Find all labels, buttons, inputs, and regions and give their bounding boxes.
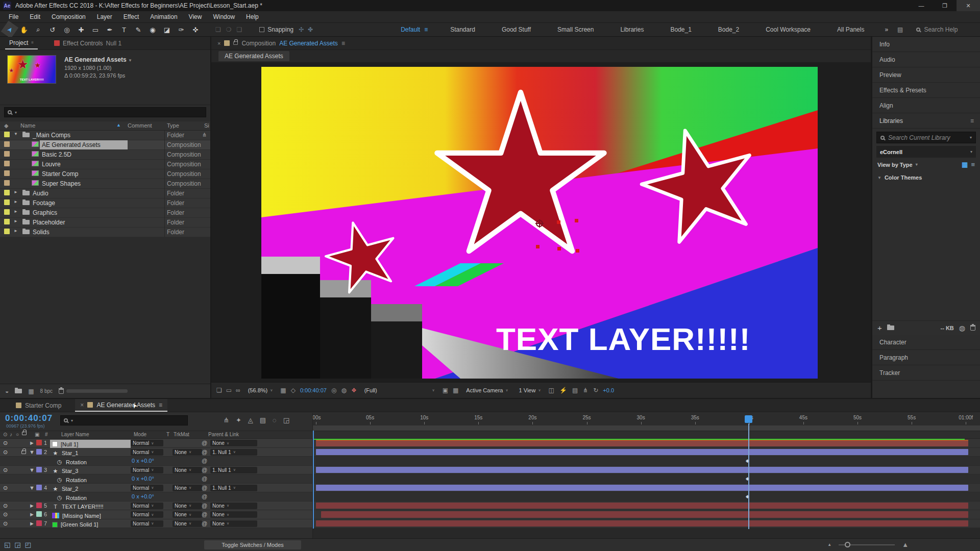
- menu-item[interactable]: Effect: [119, 12, 143, 21]
- pick-whip-icon[interactable]: @: [202, 493, 207, 499]
- layer-expand-arrow[interactable]: ►: [29, 503, 35, 509]
- item-label-color[interactable]: [4, 141, 10, 147]
- layer-duration-bar[interactable]: [316, 520, 968, 527]
- draft-3d-icon[interactable]: ✦: [236, 416, 241, 424]
- layer-duration-bar[interactable]: [316, 493, 968, 500]
- timeline-layer-row[interactable]: ⊙ ► 5 T TEXT LAYER!!!!! Normal∨ None∨ @ …: [0, 502, 312, 511]
- layer-track-lane[interactable]: [312, 466, 980, 475]
- menu-item[interactable]: Window: [208, 12, 239, 21]
- track-matte-dropdown[interactable]: None∨: [173, 485, 202, 491]
- region-of-interest-icon[interactable]: ▣: [443, 387, 448, 394]
- tool-button[interactable]: ✎: [132, 23, 145, 36]
- tool-button[interactable]: ✚: [75, 23, 88, 36]
- menu-item[interactable]: View: [184, 12, 207, 21]
- toolbar-extra-icon[interactable]: ❑: [237, 26, 242, 33]
- layer-duration-bar[interactable]: [316, 458, 968, 464]
- menu-item[interactable]: Animation: [145, 12, 182, 21]
- folder-expand-arrow[interactable]: ►: [14, 199, 18, 204]
- layer-track-lane[interactable]: ◆: [312, 474, 980, 484]
- new-folder-icon[interactable]: [15, 389, 22, 393]
- timeline-layer-row[interactable]: ⊙ ► 7 [Green Solid 1] Normal∨ None∨ @ No…: [0, 519, 312, 529]
- layer-visibility-toggle[interactable]: ⊙: [3, 440, 8, 446]
- track-matte-dropdown[interactable]: None∨: [173, 467, 202, 473]
- pick-whip-icon[interactable]: @: [202, 440, 207, 446]
- layer-name-cell[interactable]: ★ Star_2: [50, 485, 131, 493]
- project-item-row[interactable]: AE Generated Assets Composition: [0, 140, 210, 150]
- folder-expand-arrow[interactable]: ▼: [14, 132, 18, 136]
- layer-expand-arrow[interactable]: ▼: [29, 449, 35, 455]
- layer-track-lane[interactable]: [312, 439, 980, 448]
- tool-button[interactable]: ➤: [1, 20, 19, 38]
- library-select-dropdown[interactable]: eCornell▾: [876, 146, 976, 158]
- selected-item-name[interactable]: AE Generated Assets ▼: [64, 56, 132, 64]
- tab-effect-controls[interactable]: Effect Controls Null 1: [50, 37, 126, 49]
- menu-item[interactable]: Edit: [25, 12, 45, 21]
- column-type[interactable]: Type: [167, 122, 179, 129]
- pick-whip-icon[interactable]: @: [202, 520, 207, 527]
- zoom-slider[interactable]: [839, 544, 895, 545]
- tool-button[interactable]: ▭: [89, 23, 102, 36]
- pick-whip-icon[interactable]: @: [202, 475, 207, 482]
- grid-options-icon[interactable]: ▦: [280, 387, 286, 394]
- delete-icon[interactable]: [59, 388, 64, 394]
- parent-link-dropdown[interactable]: 1. Null 1∨: [210, 485, 257, 491]
- item-name[interactable]: Graphics: [33, 209, 57, 216]
- timeline-layer-row[interactable]: ◷ Rotation 0 x +0.0° @ ◆: [0, 474, 312, 484]
- composition-navigator-tab[interactable]: AE Generated Assets: [218, 51, 289, 61]
- composition-viewer[interactable]: TEXT LAYER!!!!!: [211, 62, 871, 382]
- transparency-grid-icon[interactable]: ▦: [453, 387, 458, 394]
- workspace-tab[interactable]: Bode_1: [659, 24, 706, 35]
- tool-button[interactable]: ◪: [160, 23, 174, 36]
- timeline-layer-row[interactable]: ⊙ ▼ 3 ★ Star_3 Normal∨ None∨ @ 1. Null 1…: [0, 466, 312, 475]
- maximize-button[interactable]: ❐: [933, 0, 957, 11]
- t-column[interactable]: T: [166, 432, 169, 437]
- item-name[interactable]: Louvre: [42, 161, 61, 168]
- layer-expand-arrow[interactable]: ►: [29, 440, 35, 446]
- workspace-tab[interactable]: Cool Workspace: [754, 24, 826, 35]
- timeline-current-time[interactable]: 0:00:40:07: [5, 413, 53, 423]
- item-label-color[interactable]: [4, 229, 10, 234]
- view-by-type-dropdown[interactable]: View by Type: [877, 162, 913, 168]
- solo-column-icon[interactable]: ○: [16, 432, 19, 437]
- label-column-icon[interactable]: ▣: [35, 432, 39, 437]
- workspace-tab[interactable]: Standard: [439, 24, 491, 35]
- item-label-color[interactable]: [4, 180, 10, 186]
- pick-whip-icon[interactable]: @: [202, 503, 207, 509]
- layer-duration-bar[interactable]: [316, 467, 968, 473]
- timeline-view-toggle-icon[interactable]: ◰: [25, 541, 31, 548]
- layer-label-color[interactable]: [36, 440, 42, 445]
- workspace-tab[interactable]: Good Stuff: [491, 24, 546, 35]
- tool-button[interactable]: ✋: [17, 23, 31, 36]
- item-label-color[interactable]: [4, 151, 10, 157]
- new-composition-icon[interactable]: ▦: [28, 388, 34, 395]
- layer-label-color[interactable]: [36, 493, 42, 499]
- layer-visibility-toggle[interactable]: ⊙: [3, 503, 8, 509]
- layer-duration-bar[interactable]: [316, 449, 968, 456]
- tab-composition[interactable]: Composition: [241, 40, 276, 47]
- snapshot-icon[interactable]: ◎: [331, 387, 336, 394]
- panel-layout-icon[interactable]: ▤: [893, 26, 907, 33]
- item-label-color[interactable]: [4, 161, 10, 166]
- viewer-option-icon[interactable]: ❏: [216, 387, 222, 394]
- layer-name-cell[interactable]: ◷ Rotation: [50, 475, 131, 484]
- creative-cloud-icon[interactable]: ◍: [959, 324, 965, 332]
- item-name[interactable]: Super Shapes: [42, 180, 81, 187]
- layer-expand-arrow[interactable]: ►: [29, 511, 35, 517]
- label-column-icon[interactable]: ◆: [4, 122, 8, 129]
- grid-view-icon[interactable]: ▦: [962, 161, 968, 168]
- tab-libraries[interactable]: Libraries: [879, 117, 903, 124]
- help-search-input[interactable]: Search Help: [924, 26, 958, 33]
- track-matte-dropdown[interactable]: None∨: [173, 449, 202, 456]
- layer-track-lane[interactable]: [312, 502, 980, 511]
- viewer-option-icon[interactable]: ◫: [549, 387, 554, 394]
- item-name[interactable]: Starter Comp: [42, 170, 78, 178]
- layer-lock-icon[interactable]: [21, 450, 26, 454]
- zoom-out-icon[interactable]: ▲: [827, 542, 831, 547]
- tool-button[interactable]: T: [117, 23, 131, 36]
- menu-item[interactable]: Composition: [47, 12, 90, 21]
- audio-column-icon[interactable]: ♪: [10, 432, 12, 437]
- layer-expand-arrow[interactable]: ►: [29, 520, 35, 527]
- item-label-color[interactable]: [4, 190, 10, 195]
- track-matte-dropdown[interactable]: None∨: [173, 503, 202, 509]
- item-name[interactable]: Audio: [33, 190, 48, 197]
